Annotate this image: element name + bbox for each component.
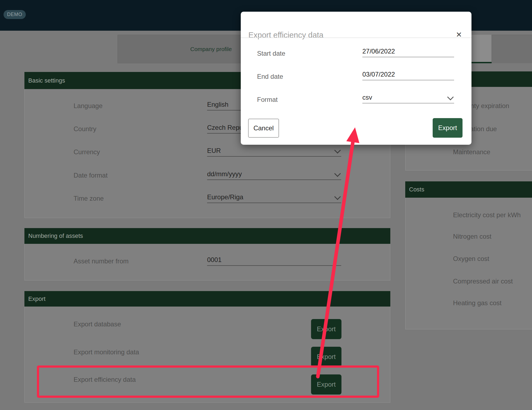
- export-database-button[interactable]: Export: [311, 319, 341, 339]
- export-title: Export: [28, 295, 46, 302]
- export-monitoring-button[interactable]: Export: [311, 347, 341, 367]
- numbering-header: Numbering of assets: [24, 228, 390, 244]
- format-label: Format: [257, 96, 278, 103]
- currency-value: EUR: [207, 147, 221, 154]
- end-date-label: End date: [257, 73, 283, 80]
- export-efficiency-dialog: Export efficiency data ✕ Start date 27/0…: [241, 12, 471, 145]
- numbering-card: Numbering of assets Asset number from 00…: [24, 228, 390, 280]
- chevron-down-icon: [335, 148, 340, 152]
- end-date-value: 03/07/2022: [362, 71, 395, 78]
- cancel-button[interactable]: Cancel: [248, 119, 279, 138]
- currency-label: Currency: [74, 148, 100, 156]
- basic-settings-title: Basic settings: [28, 77, 65, 84]
- export-efficiency-button[interactable]: Export: [311, 374, 341, 395]
- dialog-divider: [241, 37, 471, 38]
- asset-number-input[interactable]: 0001: [207, 256, 341, 266]
- chevron-down-icon: [448, 95, 452, 99]
- demo-badge: DEMO: [4, 10, 26, 19]
- time-zone-select[interactable]: Europe/Riga: [207, 193, 341, 203]
- chevron-down-icon: [335, 171, 340, 176]
- nitrogen-cost-label: Nitrogen cost: [453, 233, 491, 240]
- end-date-input[interactable]: 03/07/2022: [362, 71, 454, 80]
- export-header: Export: [24, 291, 390, 307]
- oxygen-cost-label: Oxygen cost: [453, 255, 489, 263]
- costs-card: Costs Electricity cost per kWh Nitrogen …: [405, 181, 532, 329]
- format-select[interactable]: csv: [362, 94, 454, 103]
- maintenance-label: Maintenance: [453, 148, 490, 156]
- format-value: csv: [362, 94, 372, 101]
- export-monitoring-label: Export monitoring data: [74, 348, 139, 356]
- date-format-value: dd/mm/yyyy: [207, 170, 242, 178]
- language-label: Language: [74, 102, 103, 110]
- numbering-title: Numbering of assets: [28, 232, 83, 239]
- asset-number-value: 0001: [207, 256, 221, 263]
- electricity-cost-label: Electricity cost per kWh: [453, 211, 521, 219]
- time-zone-label: Time zone: [74, 195, 104, 202]
- export-card: Export Export database Export Export mon…: [24, 291, 390, 403]
- time-zone-value: Europe/Riga: [207, 193, 243, 201]
- tab-company-profile-label: Company profile: [190, 46, 232, 52]
- language-value: English: [207, 101, 229, 108]
- start-date-label: Start date: [257, 50, 285, 57]
- export-efficiency-label: Export efficiency data: [74, 376, 136, 383]
- tab-next[interactable]: [492, 35, 532, 63]
- country-label: Country: [74, 125, 96, 133]
- date-format-select[interactable]: dd/mm/yyyy: [207, 170, 341, 180]
- dialog-title: Export efficiency data: [248, 31, 324, 40]
- heating-gas-cost-label: Heating gas cost: [453, 299, 502, 307]
- costs-header: Costs: [405, 181, 532, 198]
- export-button[interactable]: Export: [433, 118, 463, 138]
- start-date-input[interactable]: 27/06/2022: [362, 48, 454, 57]
- asset-number-label: Asset number from: [74, 257, 129, 265]
- costs-title: Costs: [409, 186, 424, 193]
- export-database-label: Export database: [74, 320, 121, 328]
- compressed-air-cost-label: Compressed air cost: [453, 277, 513, 285]
- chevron-down-icon: [335, 194, 340, 199]
- currency-select[interactable]: EUR: [207, 147, 341, 157]
- start-date-value: 27/06/2022: [362, 48, 395, 55]
- date-format-label: Date format: [74, 172, 107, 179]
